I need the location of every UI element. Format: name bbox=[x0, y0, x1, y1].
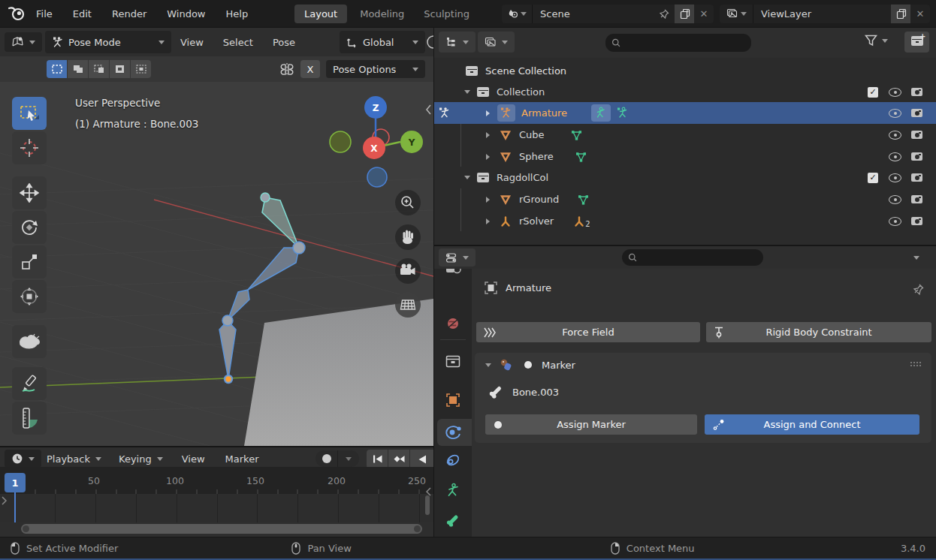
disclosure-down-icon[interactable] bbox=[464, 176, 470, 179]
tool-transform[interactable] bbox=[12, 280, 47, 313]
outliner-row-rsolver[interactable]: rSolver 2 bbox=[434, 210, 936, 232]
marker-panel-header[interactable]: Marker bbox=[475, 353, 931, 377]
tool-move[interactable] bbox=[12, 176, 47, 209]
keying-menu[interactable]: Keying bbox=[119, 453, 163, 465]
mode-dropdown[interactable]: Pose Mode bbox=[45, 31, 171, 53]
scene-unlink-button[interactable]: ✕ bbox=[694, 8, 714, 20]
scene-new-button[interactable] bbox=[675, 5, 694, 23]
timeline-body[interactable] bbox=[0, 494, 433, 522]
render-camera-toggle[interactable] bbox=[911, 152, 922, 161]
viewport-menu-view[interactable]: View bbox=[180, 37, 204, 48]
timeline-hscrollbar[interactable] bbox=[21, 524, 422, 534]
outliner-filter-view-button[interactable] bbox=[478, 32, 515, 53]
viewport-menu-select[interactable]: Select bbox=[223, 37, 253, 48]
current-frame-badge[interactable]: 1 bbox=[5, 473, 26, 492]
pin-id-icon[interactable] bbox=[912, 283, 925, 296]
viewlayer-new-button[interactable] bbox=[891, 5, 910, 23]
outliner-row-ragdollcol[interactable]: RagdollCol bbox=[434, 167, 936, 188]
jump-to-start-button[interactable] bbox=[367, 450, 388, 468]
auto-key-button[interactable] bbox=[316, 454, 337, 463]
timeline-editor-button[interactable] bbox=[5, 450, 41, 468]
outliner-row-rground[interactable]: rGround bbox=[434, 188, 936, 210]
viewlayer-remove-button[interactable]: ✕ bbox=[910, 8, 930, 20]
outliner-display-mode-button[interactable] bbox=[439, 32, 476, 53]
rigid-body-constraint-button[interactable]: Rigid Body Constraint bbox=[706, 322, 931, 342]
hide-eye-toggle[interactable] bbox=[889, 173, 901, 182]
workspace-tab-modeling[interactable]: Modeling bbox=[353, 5, 411, 23]
hide-eye-toggle[interactable] bbox=[889, 109, 901, 118]
tool-annotate[interactable] bbox=[12, 367, 47, 400]
editor-type-button[interactable] bbox=[5, 32, 42, 52]
hide-eye-toggle[interactable] bbox=[889, 88, 901, 97]
hide-eye-toggle[interactable] bbox=[889, 217, 901, 226]
viewport-canvas[interactable]: Z Y X bbox=[0, 82, 433, 446]
tool-measure[interactable] bbox=[12, 402, 47, 435]
viewlayer-browse-button[interactable] bbox=[720, 5, 753, 23]
outliner-search-input[interactable] bbox=[625, 37, 745, 49]
disclosure-down-icon[interactable] bbox=[464, 90, 470, 94]
solver-data-icon[interactable] bbox=[573, 215, 585, 227]
tool-select-box[interactable] bbox=[12, 97, 47, 130]
outliner-row-armature[interactable]: Armature bbox=[434, 102, 936, 124]
playhead[interactable] bbox=[14, 492, 16, 522]
playback-menu[interactable]: Playback bbox=[47, 453, 101, 465]
tab-scene[interactable] bbox=[445, 269, 461, 278]
tool-cursor[interactable] bbox=[12, 131, 47, 164]
mesh-data-icon[interactable] bbox=[570, 129, 583, 141]
menu-edit[interactable]: Edit bbox=[73, 8, 92, 20]
render-camera-toggle[interactable] bbox=[911, 195, 922, 203]
zoom-button[interactable] bbox=[395, 190, 421, 215]
outliner-row-collection[interactable]: Collection bbox=[434, 81, 936, 103]
render-camera-toggle[interactable] bbox=[911, 109, 922, 117]
tab-object-constraints[interactable] bbox=[445, 453, 460, 468]
tab-world[interactable] bbox=[445, 316, 460, 331]
properties-editor-button[interactable] bbox=[439, 248, 476, 266]
outliner-row-cube[interactable]: Cube bbox=[434, 124, 936, 146]
armature-data-icon[interactable] bbox=[617, 107, 629, 119]
breadcrumb-object-name[interactable]: Armature bbox=[506, 282, 551, 294]
render-camera-toggle[interactable] bbox=[911, 88, 922, 96]
tab-object[interactable] bbox=[445, 393, 460, 408]
tool-ragdoll[interactable] bbox=[12, 325, 47, 358]
render-camera-toggle[interactable] bbox=[911, 217, 922, 225]
prev-keyframe-button[interactable] bbox=[388, 450, 409, 468]
disclosure-right-icon[interactable] bbox=[486, 154, 490, 160]
timeline-marker-menu[interactable]: Marker bbox=[225, 453, 259, 465]
properties-search-input[interactable] bbox=[642, 251, 757, 263]
viewlayer-name[interactable]: ViewLayer bbox=[753, 8, 891, 20]
scene-browse-button[interactable] bbox=[502, 5, 533, 23]
pose-options-dropdown[interactable]: Pose Options bbox=[326, 60, 425, 78]
menu-render[interactable]: Render bbox=[112, 8, 146, 20]
viewport-menu-pose[interactable]: Pose bbox=[273, 37, 295, 48]
hide-eye-toggle[interactable] bbox=[889, 195, 901, 204]
select-mode-set[interactable] bbox=[47, 60, 67, 78]
play-reverse-button[interactable] bbox=[410, 450, 433, 468]
mesh-data-icon[interactable] bbox=[575, 151, 587, 163]
hide-eye-toggle[interactable] bbox=[889, 152, 901, 161]
timeline-view-menu[interactable]: View bbox=[182, 453, 205, 465]
collection-checkbox[interactable] bbox=[868, 87, 878, 98]
force-field-button[interactable]: Force Field bbox=[476, 322, 700, 342]
scene-name[interactable]: Scene bbox=[533, 8, 658, 20]
tool-rotate[interactable] bbox=[12, 211, 47, 244]
tab-bone[interactable] bbox=[445, 513, 460, 528]
workspace-tab-sculpting[interactable]: Sculpting bbox=[417, 5, 476, 23]
render-camera-toggle[interactable] bbox=[911, 131, 922, 139]
gizmo-neg-z[interactable] bbox=[367, 167, 387, 187]
menu-help[interactable]: Help bbox=[226, 8, 249, 20]
pin-icon[interactable] bbox=[658, 8, 670, 20]
gizmo-neg-y[interactable] bbox=[330, 131, 351, 152]
disclosure-right-icon[interactable] bbox=[486, 218, 490, 224]
pose-mode-badge-icon[interactable] bbox=[591, 104, 611, 122]
collection-checkbox[interactable] bbox=[868, 173, 878, 183]
panel-drag-handle[interactable] bbox=[910, 362, 922, 368]
disclosure-right-icon[interactable] bbox=[486, 110, 490, 116]
select-mode-invert[interactable] bbox=[110, 60, 130, 78]
timeline-expand-left-icon[interactable] bbox=[1, 495, 8, 506]
select-mode-extend[interactable] bbox=[68, 60, 88, 78]
auto-key-dropdown[interactable] bbox=[338, 457, 359, 461]
hide-eye-toggle[interactable] bbox=[889, 131, 901, 140]
outliner-filter-button[interactable] bbox=[864, 34, 888, 47]
mesh-data-icon[interactable] bbox=[577, 194, 590, 206]
menu-file[interactable]: File bbox=[36, 8, 53, 20]
